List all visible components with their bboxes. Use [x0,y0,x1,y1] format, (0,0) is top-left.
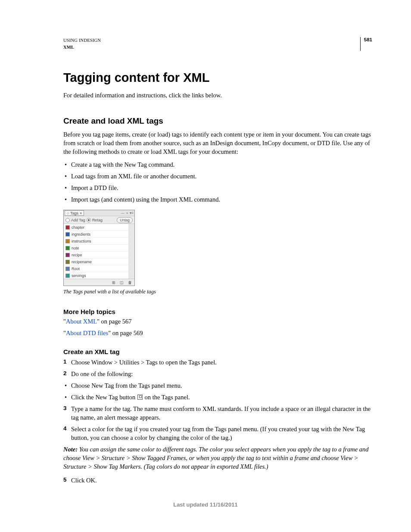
tag-name: ingredients [72,232,90,236]
help-link-suffix: " on page 567 [97,318,131,325]
tags-panel-figure: ◇ Tags × — × ▾≡ Add Tag Retag Untag chap… [63,210,135,286]
bullet-item: Import tags (and content) using the Impo… [63,195,372,204]
page-header: USING INDESIGN XML 581 [63,37,372,51]
tag-name: instructions [72,239,91,243]
tag-row: recipe [64,252,128,258]
help-link-suffix: " on page 569 [108,330,143,336]
page-title: Tagging content for XML [63,71,372,85]
option-text-pre: Click the New Tag button [71,394,137,401]
help-link-line: "About DTD files" on page 569 [63,330,372,337]
page-number: 581 [360,37,372,51]
intro-text: For detailed information and instruction… [63,92,372,99]
steps-list-cont: Type a name for the tag. The name must c… [63,404,372,442]
delete-tag-icon: 🗑 [128,280,132,285]
tag-swatch-icon [65,246,70,250]
tag-swatch-icon [65,260,70,264]
new-tag-icon: ◫ [120,280,124,285]
tag-row: ingredients [64,231,128,238]
bullet-item: Create a tag with the New Tag command. [63,160,372,169]
tag-row: Root [64,265,128,272]
section-heading-create-load: Create and load XML tags [63,116,372,126]
untag-label: Untag [120,218,130,222]
new-tag-button-icon [137,395,143,400]
section1-para: Before you tag page items, create (or lo… [63,130,372,156]
figure-caption: The Tags panel with a list of available … [63,289,372,295]
close-icon: × [126,211,128,215]
bullet-item: Load tags from an XML file or another do… [63,172,372,180]
header-left: USING INDESIGN XML [63,37,101,51]
panel-tab: ◇ Tags × [65,210,84,216]
retag-radio [87,218,91,222]
about-dtd-link[interactable]: About DTD files [66,330,108,336]
panel-titlebar: ◇ Tags × — × ▾≡ [64,210,134,216]
retag-label: Retag [92,218,103,222]
option-text-post: on the Tags panel. [143,394,190,401]
note-body: You can assign the same color to differe… [63,446,369,470]
tag-swatch-icon [65,225,70,230]
tag-name: recipe [72,253,82,257]
tag-swatch-icon [65,267,70,271]
tag-row: instructions [64,238,128,245]
bullet-item: Import a DTD file. [63,184,372,192]
tag-name: Root [72,267,80,271]
panel-toolbar: Add Tag Retag Untag [64,216,134,224]
step-item: Do one of the following: [63,370,372,378]
steps-list-cont2: Click OK. [63,476,372,485]
map-tags-icon: ⊞ [112,280,115,285]
product-name: USING INDESIGN [63,37,101,44]
panel-tab-label: Tags [70,211,78,215]
note-label: Note: [63,446,78,453]
step2-options: Choose New Tag from the Tags panel menu.… [63,381,372,401]
step-item: Select a color for the tag if you create… [63,425,372,442]
tag-swatch-icon [65,253,70,257]
more-help-heading: More Help topics [63,308,372,315]
section1-bullets: Create a tag with the New Tag command. L… [63,160,372,204]
tag-name: servings [72,274,86,278]
tab-arrows-icon: ◇ [67,212,69,215]
add-tag-radio [65,218,70,222]
tag-row: servings [64,272,128,279]
tag-swatch-icon [65,232,70,236]
option-item: Choose New Tag from the Tags panel menu. [63,381,372,390]
step-item: Choose Window > Utilities > Tags to open… [63,358,372,367]
create-xml-tag-heading: Create an XML tag [63,348,372,355]
tags-list: chapter ingredients instructions note re… [64,224,134,279]
panel-footer: ⊞ ◫ 🗑 [64,279,134,286]
option-item: Click the New Tag button on the Tags pan… [63,393,372,401]
note-paragraph: Note: You can assign the same color to d… [63,445,372,471]
tag-name: chapter [72,225,84,230]
add-tag-label: Add Tag [71,218,85,222]
about-xml-link[interactable]: About XML [66,318,97,325]
help-link-line: "About XML" on page 567 [63,318,372,325]
step-item: Type a name for the tag. The name must c… [63,404,372,422]
section-name: XML [63,44,101,51]
close-tab-icon: × [80,211,82,215]
steps-list: Choose Window > Utilities > Tags to open… [63,358,372,378]
menu-icon: ▾≡ [130,211,134,215]
tag-row: chapter [64,224,128,231]
tag-row: note [64,245,128,252]
footer-date: Last updated 11/16/2011 [0,501,411,508]
tag-name: recipename [72,260,92,264]
panel-window-icons: — × ▾≡ [121,211,134,215]
tag-swatch-icon [65,239,70,243]
minimize-icon: — [121,211,125,215]
step-item: Click OK. [63,476,372,485]
tag-name: note [72,246,79,250]
tag-row: recipename [64,258,128,265]
untag-button: Untag [117,217,133,223]
tag-swatch-icon [65,274,70,278]
